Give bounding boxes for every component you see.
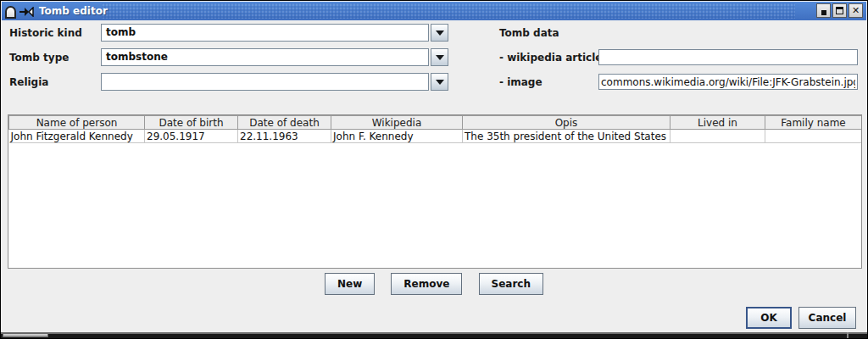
- maximize-icon[interactable]: [832, 3, 847, 18]
- table-cell: 29.05.1917: [145, 130, 238, 143]
- titlebar[interactable]: Tomb editor ✕: [2, 2, 866, 20]
- image-input[interactable]: [598, 74, 858, 90]
- table-cell: John Fitzgerald Kennedy: [9, 130, 145, 143]
- chevron-down-icon[interactable]: [431, 24, 448, 42]
- tombstone-icon: [5, 6, 16, 19]
- table-actions: New Remove Search: [1, 273, 867, 295]
- remove-button[interactable]: Remove: [391, 273, 462, 295]
- new-button[interactable]: New: [325, 273, 375, 295]
- minimize-icon[interactable]: [816, 3, 831, 18]
- column-header[interactable]: Opis: [463, 116, 670, 130]
- chevron-down-icon[interactable]: [431, 48, 448, 66]
- pin-icon[interactable]: [19, 7, 34, 17]
- table-scrollpane: Name of personDate of birthDate of death…: [8, 114, 862, 269]
- column-header[interactable]: Date of birth: [145, 116, 238, 130]
- close-icon[interactable]: ✕: [849, 3, 863, 18]
- table-cell: [670, 130, 765, 143]
- historic-kind-value[interactable]: tomb: [101, 24, 429, 42]
- religia-combo[interactable]: [101, 73, 448, 91]
- tomb-type-combo[interactable]: tombstone: [101, 48, 448, 66]
- column-header[interactable]: Family name: [765, 116, 862, 130]
- religia-value[interactable]: [101, 73, 429, 91]
- window-bottom-frame: [1, 332, 867, 338]
- tomb-type-label: Tomb type: [9, 52, 69, 64]
- tomb-table: Name of personDate of birthDate of death…: [8, 115, 862, 143]
- window-title: Tomb editor: [39, 5, 108, 17]
- table-cell: 22.11.1963: [238, 130, 331, 143]
- cancel-button[interactable]: Cancel: [798, 307, 856, 329]
- column-header[interactable]: Wikipedia: [331, 116, 463, 130]
- tomb-editor-window: Tomb editor ✕ Historic kind tomb Tomb ty…: [0, 0, 868, 339]
- wikipedia-article-input[interactable]: [598, 49, 858, 65]
- column-header[interactable]: Lived in: [670, 116, 765, 130]
- wikipedia-article-label: - wikipedia article: [499, 52, 602, 64]
- historic-kind-label: Historic kind: [9, 27, 82, 39]
- table-cell: The 35th president of the United States: [463, 130, 670, 143]
- resize-handle[interactable]: [3, 333, 48, 337]
- tomb-data-section-title: Tomb data: [499, 27, 559, 39]
- column-header[interactable]: Date of death: [238, 116, 331, 130]
- resize-tick: [847, 332, 849, 338]
- ok-button[interactable]: OK: [746, 307, 792, 329]
- table-cell: [765, 130, 862, 143]
- column-header[interactable]: Name of person: [9, 116, 145, 130]
- search-button[interactable]: Search: [479, 273, 543, 295]
- table-cell: John F. Kennedy: [331, 130, 463, 143]
- titlebar-texture: [102, 3, 795, 19]
- historic-kind-combo[interactable]: tomb: [101, 24, 448, 42]
- table-row[interactable]: John Fitzgerald Kennedy29.05.191722.11.1…: [9, 130, 862, 143]
- image-label: - image: [499, 76, 542, 88]
- table-header-row: Name of personDate of birthDate of death…: [9, 116, 862, 130]
- religia-label: Religia: [9, 76, 48, 88]
- chevron-down-icon[interactable]: [431, 73, 448, 91]
- tomb-type-value[interactable]: tombstone: [101, 48, 429, 66]
